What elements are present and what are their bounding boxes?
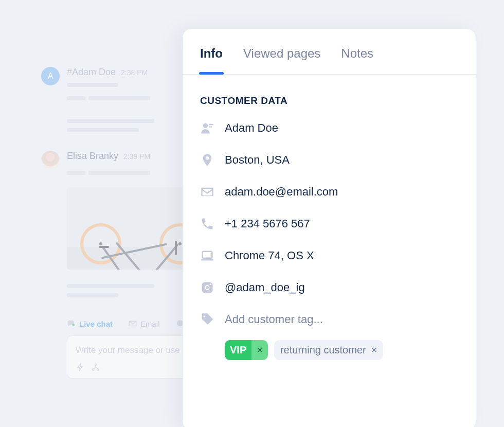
tag-returning: returning customer × [274,340,383,360]
lightning-icon[interactable] [76,363,85,372]
tag-icon [200,312,214,327]
phone-icon [200,217,214,231]
hierarchy-icon[interactable] [91,363,100,372]
customer-phone-row: +1 234 5676 567 [200,217,458,231]
text-skeleton [67,83,118,87]
text-skeleton [67,171,85,175]
text-skeleton [67,293,118,297]
customer-phone: +1 234 5676 567 [225,217,310,230]
add-tag-row[interactable]: Add customer tag... [200,312,458,327]
customer-instagram-row: @adam_doe_ig [200,280,458,295]
message-author: Elisa Branky [67,151,118,162]
customer-name-row: Adam Doe [200,121,458,135]
message-author: #Adam Doe [67,67,116,78]
customer-device-row: Chrome 74, OS X [200,248,458,263]
customer-location-row: Boston, USA [200,153,458,167]
tab-info[interactable]: Info [200,46,223,74]
svg-point-4 [97,369,99,370]
tag-vip: VIP × [225,340,268,360]
text-skeleton [88,171,150,175]
message-time: 2:39 PM [123,152,150,161]
tab-notes[interactable]: Notes [341,46,373,74]
add-tag-placeholder: Add customer tag... [225,313,323,326]
remove-tag-button[interactable]: × [371,344,377,356]
customer-instagram: @adam_doe_ig [225,281,305,294]
svg-point-3 [93,369,94,370]
svg-point-1 [177,320,183,326]
tag-label: returning customer [280,344,366,356]
svg-point-5 [203,123,208,128]
svg-rect-7 [209,127,212,128]
person-icon [200,121,214,135]
text-skeleton [88,96,150,100]
svg-rect-6 [209,124,213,125]
envelope-icon [200,185,214,199]
instagram-icon [200,280,214,295]
tag-label: VIP [225,340,251,360]
chat-icon [67,319,76,328]
channel-label: Live chat [79,319,113,328]
tag-list: VIP × returning customer × [225,340,458,360]
customer-email: adam.doe@email.com [225,185,338,199]
section-title: CUSTOMER DATA [200,95,458,106]
text-skeleton [67,128,139,132]
text-skeleton [67,119,154,123]
text-skeleton [67,96,85,100]
svg-point-11 [206,286,209,289]
customer-name: Adam Doe [225,121,278,135]
channel-label: Email [140,319,160,328]
svg-point-0 [73,324,75,326]
message-time: 2:38 PM [121,68,148,77]
laptop-icon [200,248,214,263]
tabs: Info Viewed pages Notes [183,29,476,75]
channel-email[interactable]: Email [128,319,160,328]
channel-livechat[interactable]: Live chat [67,319,113,328]
svg-rect-8 [203,252,212,258]
location-pin-icon [200,153,214,167]
customer-location: Boston, USA [225,153,290,167]
svg-point-2 [95,364,97,365]
remove-tag-button[interactable]: × [251,340,268,360]
customer-device: Chrome 74, OS X [225,249,314,262]
tab-viewed-pages[interactable]: Viewed pages [243,46,320,74]
avatar [41,151,60,169]
svg-point-12 [210,283,211,285]
customer-info-panel: Info Viewed pages Notes CUSTOMER DATA Ad… [183,29,476,427]
avatar: A [41,67,60,85]
customer-email-row: adam.doe@email.com [200,185,458,199]
envelope-icon [128,319,137,328]
text-skeleton [67,284,154,288]
